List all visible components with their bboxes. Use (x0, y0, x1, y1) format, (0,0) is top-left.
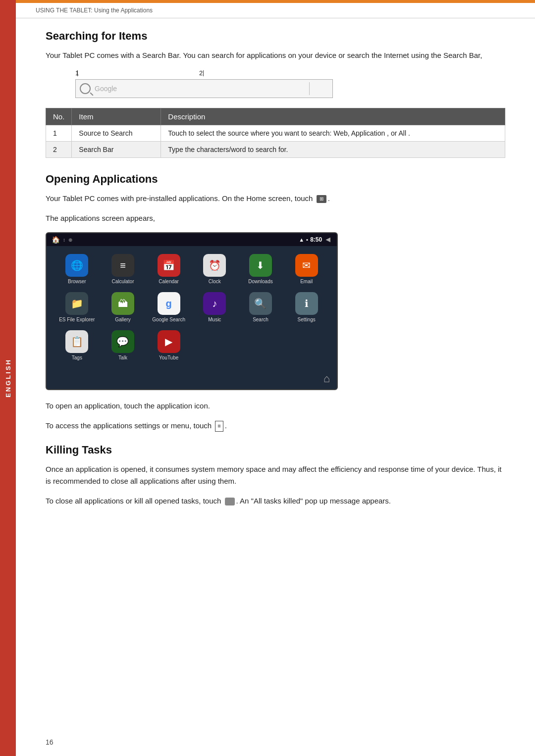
app-icon-img: ♪ (203, 292, 226, 315)
app-icon-label: ES File Explorer (59, 317, 95, 322)
language-label: ENGLISH (4, 358, 12, 398)
tablet-screen-mockup: 🏠 ↕ ⊕ ▲ ▪ 8:50 ◄ 🌐Browser≡Calculator📅Cal… (46, 232, 338, 390)
app-icon-img: 📁 (65, 292, 88, 315)
searching-section: Searching for Items Your Tablet PC comes… (46, 30, 505, 158)
app-icon-calculator[interactable]: ≡Calculator (103, 254, 144, 284)
app-icon-calendar[interactable]: 📅Calendar (148, 254, 189, 284)
diagram-tick-container (75, 70, 333, 79)
app-grid: 🌐Browser≡Calculator📅Calendar⏰Clock⬇Downl… (47, 246, 337, 368)
app-icon-label: Calendar (159, 279, 179, 284)
table-header-item: Item (72, 108, 161, 125)
app-icon-img: ▶ (158, 330, 180, 353)
table-cell-no: 2 (46, 142, 72, 158)
status-icon-2: ⊕ (68, 237, 72, 243)
search-placeholder: Google (95, 85, 117, 93)
killing-section: Killing Tasks Once an application is ope… (46, 444, 505, 507)
app-icon-talk[interactable]: 💬Talk (103, 330, 144, 360)
app-icon-label: Downloads (248, 279, 272, 284)
app-icon-label: Clock (209, 279, 221, 284)
para-settings: To access the applications settings or m… (46, 420, 505, 432)
search-bar-diagram: 1 2 Google (46, 69, 505, 98)
app-icon-label: YouTube (159, 355, 178, 360)
killing-paragraph1: Once an application is opened, it consum… (46, 463, 505, 487)
status-time: 8:50 (310, 236, 322, 243)
app-icon-music[interactable]: ♪Music (194, 292, 235, 322)
app-icon-label: Calculator (111, 279, 134, 284)
app-icon-browser[interactable]: 🌐Browser (56, 254, 98, 284)
table-row: 2 Search Bar Type the characters/word to… (46, 142, 505, 158)
app-icon-label: Talk (118, 355, 127, 360)
language-sidebar: ENGLISH (0, 0, 16, 756)
home-status-icon: 🏠 (52, 236, 60, 244)
opening-paragraph2: The applications screen appears, (46, 212, 505, 224)
app-icon-img: 📅 (158, 254, 180, 277)
opening-section: Opening Applications Your Tablet PC come… (46, 173, 505, 432)
app-icon-img: 🌐 (65, 254, 88, 277)
home-button-icon[interactable]: ⌂ (323, 372, 330, 385)
killing-heading: Killing Tasks (46, 444, 505, 456)
table-cell-item: Search Bar (72, 142, 161, 158)
app-icon-label: Tags (72, 355, 82, 360)
table-header-no: No. (46, 108, 72, 125)
battery-icon: ▪ (306, 237, 308, 243)
table-cell-description: Touch to select the source where you wan… (161, 125, 505, 142)
breadcrumb: USING THE TABLET: Using the Applications (16, 3, 535, 18)
app-icon-settings[interactable]: ℹSettings (286, 292, 327, 322)
app-icon-label: Email (300, 279, 313, 284)
table-cell-item: Source to Search (72, 125, 161, 142)
search-icon (80, 83, 91, 94)
app-icon-gallery[interactable]: 🏔Gallery (103, 292, 144, 322)
app-icon-label: Browser (68, 279, 86, 284)
status-left: 🏠 ↕ ⊕ (52, 236, 72, 244)
killing-paragraph2: To close all applications or kill all op… (46, 495, 505, 507)
opening-heading: Opening Applications (46, 173, 505, 186)
status-right: ▲ ▪ 8:50 ◄ (299, 235, 332, 244)
app-icon-img: 🏔 (111, 292, 134, 315)
app-icon-img: ≡ (111, 254, 134, 277)
wifi-icon: ▲ (299, 237, 304, 243)
app-icon-youtube[interactable]: ▶YouTube (148, 330, 189, 360)
table-header-description: Description (161, 108, 505, 125)
app-icon-label: Settings (298, 317, 316, 322)
search-info-table: No. Item Description 1 Source to Search … (46, 108, 505, 158)
app-icon-label: Search (253, 317, 268, 322)
app-icon-email[interactable]: ✉Email (286, 254, 327, 284)
table-cell-description: Type the characters/word to search for. (161, 142, 505, 158)
table-cell-no: 1 (46, 125, 72, 142)
page-number: 16 (46, 738, 54, 746)
app-icon-img: ✉ (295, 254, 318, 277)
searching-heading: Searching for Items (46, 30, 505, 43)
search-box-illustration: Google (75, 79, 333, 98)
app-icon-img: g (158, 292, 180, 315)
app-icon-label: Google Search (152, 317, 185, 322)
menu-inline-icon: ≡ (215, 421, 223, 432)
searching-paragraph: Your Tablet PC comes with a Search Bar. … (46, 50, 505, 61)
apps-grid-icon: ⊞ (317, 195, 326, 203)
app-icon-tags[interactable]: 📋Tags (56, 330, 98, 360)
task-kill-icon (225, 498, 235, 505)
app-icon-img: 🔍 (249, 292, 272, 315)
diagram-tick-1 (77, 70, 78, 76)
app-icon-label: Music (208, 317, 221, 322)
app-icon-img: 📋 (65, 330, 88, 353)
search-divider (309, 82, 310, 95)
table-row: 1 Source to Search Touch to select the s… (46, 125, 505, 142)
tablet-status-bar: 🏠 ↕ ⊕ ▲ ▪ 8:50 ◄ (47, 233, 337, 246)
status-icon-1: ↕ (63, 237, 65, 243)
app-icon-clock[interactable]: ⏰Clock (194, 254, 235, 284)
home-button-row: ⌂ (47, 368, 337, 389)
app-icon-es-file-explorer[interactable]: 📁ES File Explorer (56, 292, 98, 322)
back-icon: ◄ (324, 235, 332, 244)
para-open-app: To open an application, touch the applic… (46, 400, 505, 412)
main-content: Searching for Items Your Tablet PC comes… (16, 20, 535, 539)
app-icon-img: ℹ (295, 292, 318, 315)
app-icon-downloads[interactable]: ⬇Downloads (240, 254, 281, 284)
diagram-tick-2 (203, 70, 204, 76)
opening-paragraph1: Your Tablet PC comes with pre-installed … (46, 193, 505, 204)
app-icon-img: 💬 (111, 330, 134, 353)
app-icon-search[interactable]: 🔍Search (240, 292, 281, 322)
app-icon-img: ⬇ (249, 254, 272, 277)
app-icon-google-search[interactable]: gGoogle Search (148, 292, 189, 322)
app-icon-label: Gallery (115, 317, 131, 322)
app-icon-img: ⏰ (203, 254, 226, 277)
